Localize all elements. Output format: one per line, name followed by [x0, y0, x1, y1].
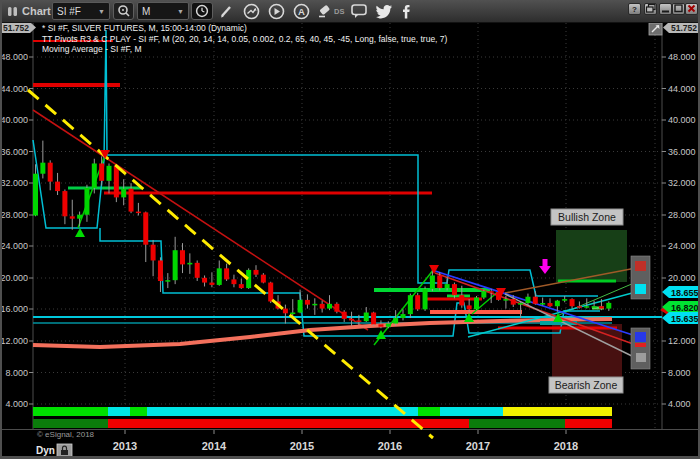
indicator-ribbon-top [503, 407, 612, 416]
playback-button[interactable] [267, 2, 285, 20]
candle-body-down [70, 216, 75, 218]
close-button[interactable] [685, 3, 698, 15]
magnifier-icon [117, 4, 131, 18]
candle-body-down [261, 275, 266, 283]
price-tick-label-right: 32.000 [668, 178, 696, 188]
candle-body-down [342, 312, 347, 319]
candle-body-up [173, 250, 178, 280]
candle-body-up [40, 163, 45, 174]
candle-body-up [107, 166, 112, 181]
twitter-icon [376, 4, 393, 19]
candle-body-down [99, 163, 104, 180]
candle-body-down [349, 319, 354, 321]
interval-value: M [142, 6, 150, 17]
candle-body-down [320, 304, 325, 309]
price-tick-label-left: 48.000 [0, 52, 28, 62]
bearish-zone [552, 324, 622, 378]
price-tick-label-left: 4.000 [5, 399, 28, 409]
candle-body-up [430, 275, 435, 288]
candle-body-up [92, 163, 97, 187]
candle-body-up [84, 188, 89, 215]
candle-body-up [481, 291, 486, 297]
symbol-search-button[interactable] [113, 2, 134, 20]
maximize-button[interactable] [672, 3, 685, 15]
interval-dropdown[interactable]: M ▼ [137, 2, 189, 20]
candle-body-up [540, 303, 545, 305]
candle-body-down [334, 304, 339, 312]
close-icon [687, 4, 696, 13]
annotate-button[interactable]: A [292, 2, 310, 20]
eraser-button[interactable] [316, 2, 333, 20]
svg-text:A: A [298, 6, 305, 17]
target-square [635, 332, 646, 342]
candle-body-up [393, 318, 398, 324]
candle-body-up [121, 189, 126, 198]
year-label: 2017 [466, 440, 490, 452]
candle-body-up [312, 304, 317, 306]
dyn-mode-label: Dyn [36, 445, 55, 456]
candle-body-down [489, 291, 494, 293]
price-tick-label-right: 36.000 [668, 147, 696, 157]
target-square [635, 261, 646, 271]
magenta-arrow-stem [543, 259, 548, 267]
clock-icon [195, 4, 209, 18]
year-label: 2015 [290, 440, 314, 452]
price-tick-label-left: 24.000 [0, 241, 28, 251]
candle-body-up [423, 289, 428, 310]
candle-body-down [231, 279, 236, 284]
candle-body-down [533, 297, 538, 304]
candle-body-up [562, 299, 567, 301]
twitter-share-button[interactable] [374, 2, 394, 20]
candle-body-up [290, 313, 295, 315]
candle-body-down [209, 283, 214, 285]
price-tick-label-left: 8.000 [5, 368, 28, 378]
chevron-down-icon: ▼ [177, 8, 184, 15]
indicator-ribbon-top [108, 407, 130, 416]
price-tick-label-left: 16.000 [0, 304, 28, 314]
help-button[interactable]: ? [628, 3, 641, 15]
candle-body-down [378, 324, 383, 326]
facebook-share-button[interactable] [399, 2, 415, 20]
eraser-icon [317, 3, 333, 19]
title-bar: Chart SI #F ▼ M ▼ [0, 0, 700, 23]
year-label: 2016 [378, 440, 402, 452]
candle-body-down [136, 212, 141, 214]
target-square [635, 343, 646, 347]
zone-label-text: Bullish Zone [558, 211, 616, 223]
window-frame-left [0, 0, 2, 459]
candle-body-down [467, 305, 472, 309]
candle-body-down [570, 299, 575, 306]
indicator-ribbon-top [147, 407, 418, 416]
indicator-ribbon-bottom [33, 419, 108, 428]
price-tick-label-left: 32.000 [0, 178, 28, 188]
chevron-down-icon: ▼ [98, 8, 105, 15]
time-template-button[interactable] [191, 2, 213, 20]
draw-pencil-button[interactable] [218, 2, 234, 20]
symbol-dropdown[interactable]: SI #F ▼ [52, 2, 110, 20]
candle-body-down [224, 268, 229, 279]
price-tag-value: 18.655 [671, 288, 699, 298]
dock-icon [646, 4, 656, 13]
study-title-line: TT Pivots R3 & C PLAY - SI #F, M (20, 20… [42, 34, 448, 44]
candle-body-up [503, 299, 508, 301]
candle-body-down [114, 166, 119, 198]
indicator-ribbon-bottom [469, 419, 565, 428]
candle-body-down [437, 275, 442, 288]
minimize-icon [661, 4, 670, 13]
maximize-icon [674, 4, 683, 13]
candle-body-up [518, 303, 523, 305]
dock-button[interactable] [644, 3, 657, 15]
price-tick-label-left: 40.000 [0, 115, 28, 125]
scale-top-value-right: 51.752 [671, 23, 697, 33]
candle-body-down [151, 245, 156, 261]
candle-body-up [217, 268, 222, 285]
candle-body-up [555, 301, 560, 307]
bullish-zone [556, 230, 627, 282]
indicator-ribbon-top [418, 407, 440, 416]
chat-button[interactable] [349, 2, 369, 20]
target-square [635, 284, 646, 294]
candle-body-down [195, 263, 200, 278]
price-tick-label-right: 48.000 [668, 52, 696, 62]
retracement-tool-button[interactable] [242, 2, 260, 20]
minimize-button[interactable] [659, 3, 672, 15]
